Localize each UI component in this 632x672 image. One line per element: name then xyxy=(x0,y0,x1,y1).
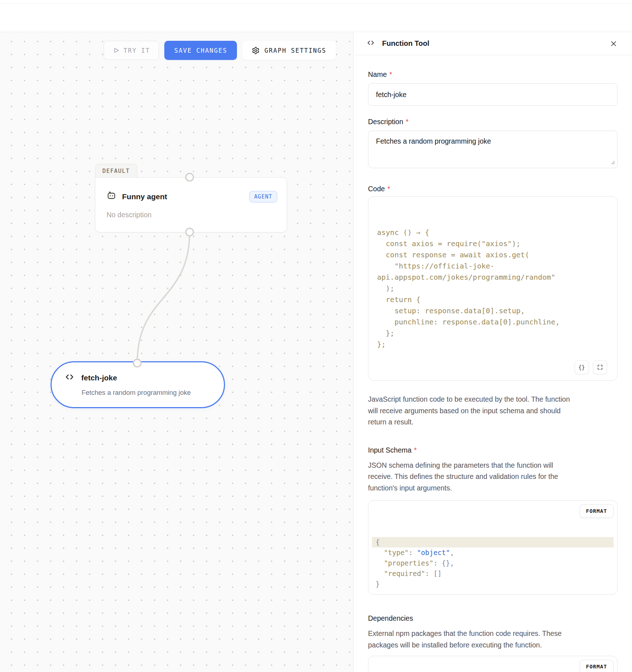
code-icon xyxy=(367,39,375,48)
format-button[interactable]: FORMAT xyxy=(580,660,614,672)
tool-node-fetch-joke[interactable]: fetch-joke Fetches a random programming … xyxy=(51,361,225,408)
play-icon xyxy=(113,47,120,54)
close-panel-button[interactable] xyxy=(608,38,619,49)
edge-layer xyxy=(0,32,353,672)
code-line: punchline: response.data[0].punchline, xyxy=(377,317,609,328)
dependencies-helper-text: External npm packages that the function … xyxy=(368,628,618,651)
format-button[interactable]: FORMAT xyxy=(580,504,614,518)
code-icon xyxy=(65,372,74,383)
edge-connection[interactable] xyxy=(137,232,190,363)
expand-editor-button[interactable] xyxy=(593,360,607,374)
dependencies-label: Dependencies xyxy=(368,614,618,623)
resize-handle[interactable] xyxy=(610,159,615,166)
description-textarea[interactable]: Fetches a random programming joke xyxy=(368,131,618,168)
required-asterisk: * xyxy=(406,118,409,126)
gear-icon xyxy=(252,47,260,54)
code-helper-text: JavaScript function code to be executed … xyxy=(368,394,618,428)
group-tab-default[interactable]: DEFAULT xyxy=(95,164,137,178)
code-line: return { xyxy=(377,294,609,305)
code-line: const response = await axios.get( xyxy=(377,249,609,261)
required-asterisk: * xyxy=(388,185,390,193)
tool-node-title: fetch-joke xyxy=(81,374,117,382)
code-line: "properties": {}, xyxy=(372,558,614,568)
graph-settings-label: GRAPH SETTINGS xyxy=(264,47,326,54)
code-line: "https://official-joke- xyxy=(377,261,609,272)
required-asterisk: * xyxy=(414,446,417,454)
dependencies-editor[interactable]: FORMAT { "axios": "1.11.0"} xyxy=(368,656,618,672)
code-line: }; xyxy=(377,328,609,339)
graph-canvas[interactable]: TRY IT SAVE CHANGES GRAPH SETTINGS DEFAU… xyxy=(0,32,353,672)
tool-node-description: Fetches a random programming joke xyxy=(82,389,191,397)
code-line: api.appspot.com/jokes/programming/random… xyxy=(377,272,609,283)
format-braces-button[interactable]: {} xyxy=(575,360,589,374)
save-changes-button[interactable]: SAVE CHANGES xyxy=(164,41,237,60)
input-schema-helper-text: JSON schema defining the parameters that… xyxy=(368,460,618,494)
panel-title: Function Tool xyxy=(382,39,429,48)
name-label: Name* xyxy=(368,70,618,79)
canvas-toolbar: TRY IT SAVE CHANGES GRAPH SETTINGS xyxy=(104,41,336,60)
code-line: "required": [] xyxy=(372,568,614,579)
graph-settings-button[interactable]: GRAPH SETTINGS xyxy=(242,41,336,60)
agent-node-title: Funny agent xyxy=(122,192,167,201)
description-label: Description* xyxy=(368,118,618,126)
top-bar xyxy=(0,0,632,32)
input-schema-editor[interactable]: FORMAT { "type": "object", "properties":… xyxy=(368,500,618,595)
code-line: ); xyxy=(377,283,609,294)
function-tool-panel: Function Tool Name* Description* Fetches… xyxy=(353,32,632,672)
code-line: { xyxy=(372,537,614,547)
name-input[interactable] xyxy=(368,83,618,106)
required-asterisk: * xyxy=(389,70,392,78)
code-line: const axios = require("axios"); xyxy=(377,238,609,249)
top-divider xyxy=(0,3,632,4)
code-label: Code* xyxy=(368,185,618,193)
agent-badge: AGENT xyxy=(249,191,277,202)
code-editor[interactable]: async () ⇒ { const axios = require("axio… xyxy=(368,196,618,381)
try-it-label: TRY IT xyxy=(124,47,150,54)
code-line: setup: response.data[0].setup, xyxy=(377,305,609,317)
code-line: }; xyxy=(377,339,609,350)
input-schema-label: Input Schema* xyxy=(368,446,618,455)
code-line: } xyxy=(372,579,614,589)
code-line: async () ⇒ { xyxy=(377,227,609,238)
try-it-button[interactable]: TRY IT xyxy=(104,41,159,60)
agent-node[interactable]: Funny agent AGENT No description xyxy=(95,177,287,232)
robot-icon xyxy=(106,191,117,202)
code-line: "type": "object", xyxy=(372,547,614,558)
panel-header: Function Tool xyxy=(354,32,632,55)
agent-node-description: No description xyxy=(107,211,152,219)
